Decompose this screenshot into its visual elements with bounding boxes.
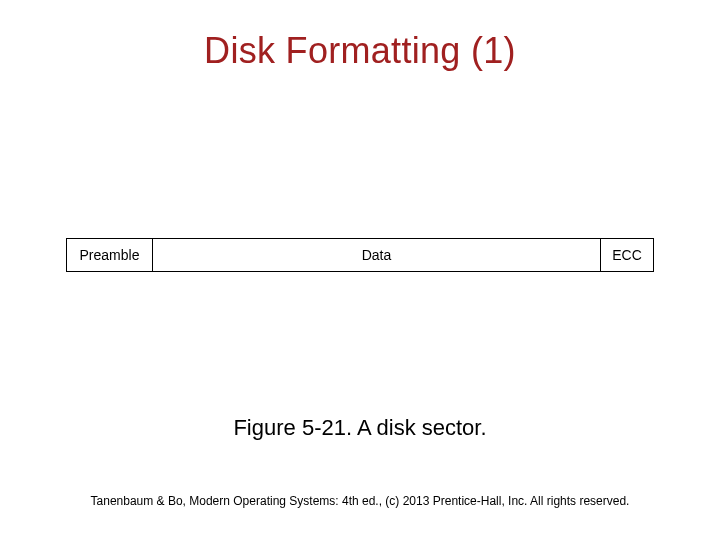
- copyright-footer: Tanenbaum & Bo, Modern Operating Systems…: [0, 494, 720, 508]
- sector-cell-ecc: ECC: [601, 239, 653, 271]
- slide-title: Disk Formatting (1): [0, 30, 720, 72]
- slide: Disk Formatting (1) Preamble Data ECC Fi…: [0, 0, 720, 540]
- sector-diagram: Preamble Data ECC: [66, 238, 654, 272]
- sector-cell-preamble: Preamble: [67, 239, 153, 271]
- figure-caption: Figure 5-21. A disk sector.: [0, 415, 720, 441]
- sector-cell-data: Data: [153, 239, 601, 271]
